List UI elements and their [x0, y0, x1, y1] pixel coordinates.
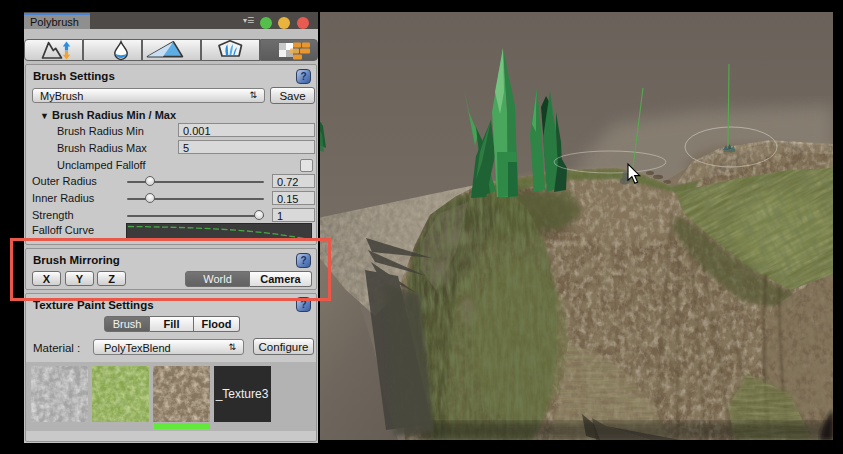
svg-text:_Texture3: _Texture3	[215, 387, 269, 401]
